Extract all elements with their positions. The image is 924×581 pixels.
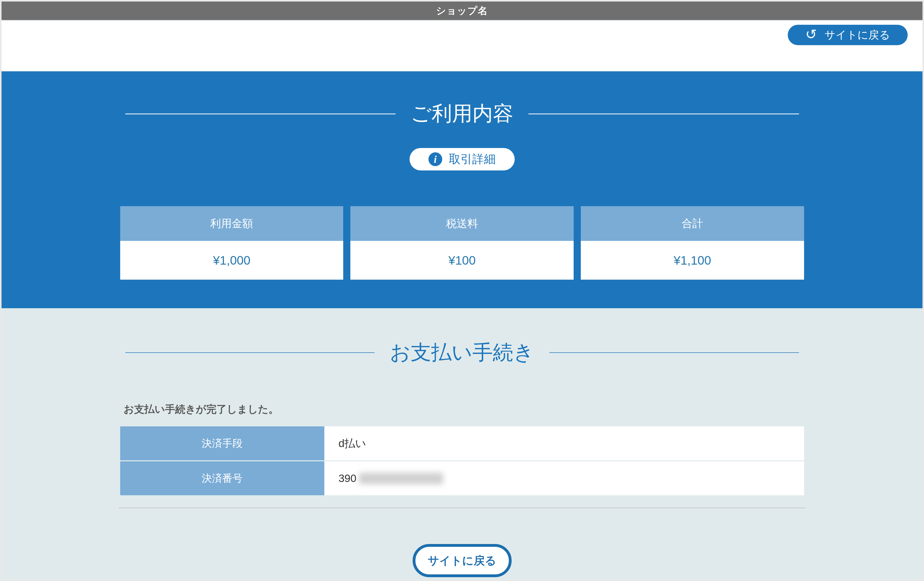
amount-col-usage: 利用金額 ¥1,000 [120, 206, 343, 280]
usage-section-title: ご利用内容 [411, 100, 513, 127]
amount-col-usage-header: 利用金額 [120, 206, 343, 241]
amount-col-total-header: 合計 [581, 206, 804, 241]
amount-col-tax: 税送料 ¥100 [350, 206, 574, 280]
header-band: ↺ サイトに戻る [2, 20, 922, 71]
heading-rule-left [125, 114, 396, 114]
payment-detail-table: 決済手段 d払い 決済番号 390 [120, 426, 804, 495]
return-arrow-icon: ↺ [805, 27, 817, 41]
amount-table: 利用金額 ¥1,000 税送料 ¥100 合計 ¥1,100 [120, 206, 804, 280]
payment-completed-message: お支払い手続きが完了しました。 [120, 402, 804, 416]
divider [119, 508, 805, 508]
site-back-button-bottom[interactable]: サイトに戻る [412, 544, 512, 577]
payment-method-value: d払い [324, 426, 804, 460]
heading-rule-right [549, 352, 799, 353]
payment-number-label: 決済番号 [120, 461, 324, 495]
info-icon: i [429, 152, 442, 166]
payment-section-heading: お支払い手続き [125, 339, 799, 366]
table-row: 決済手段 d払い [120, 426, 804, 460]
heading-rule-left [125, 352, 375, 353]
amount-col-total-value: ¥1,100 [581, 241, 804, 280]
amount-col-usage-value: ¥1,000 [120, 241, 343, 280]
payment-number-value: 390 [324, 461, 804, 495]
table-row: 決済番号 390 [120, 461, 804, 495]
usage-section-heading: ご利用内容 [125, 100, 799, 127]
transaction-detail-button[interactable]: i 取引詳細 [409, 148, 515, 170]
usage-section: ご利用内容 i 取引詳細 利用金額 ¥1,000 税送料 ¥100 合計 ¥1,… [2, 71, 922, 308]
heading-rule-right [528, 114, 799, 114]
site-back-button-top[interactable]: ↺ サイトに戻る [788, 25, 908, 45]
amount-col-tax-header: 税送料 [350, 206, 574, 241]
payment-number-visible-digits: 390 [338, 472, 356, 485]
shop-name-title: ショップ名 [436, 4, 488, 17]
amount-col-tax-value: ¥100 [350, 241, 574, 280]
transaction-detail-button-label: 取引詳細 [449, 151, 496, 167]
payment-method-label: 決済手段 [120, 426, 324, 460]
payment-section: お支払い手続き お支払い手続きが完了しました。 決済手段 d払い 決済番号 39… [2, 308, 922, 579]
amount-col-total: 合計 ¥1,100 [581, 206, 804, 280]
site-back-button-bottom-label: サイトに戻る [428, 553, 496, 568]
topbar: ショップ名 [2, 2, 922, 20]
payment-complete-page: ショップ名 ↺ サイトに戻る ご利用内容 i 取引詳細 利用金額 ¥1,000 … [0, 0, 924, 581]
site-back-button-top-label: サイトに戻る [825, 28, 890, 42]
redacted-digits [359, 472, 443, 484]
payment-section-title: お支払い手続き [390, 339, 535, 366]
